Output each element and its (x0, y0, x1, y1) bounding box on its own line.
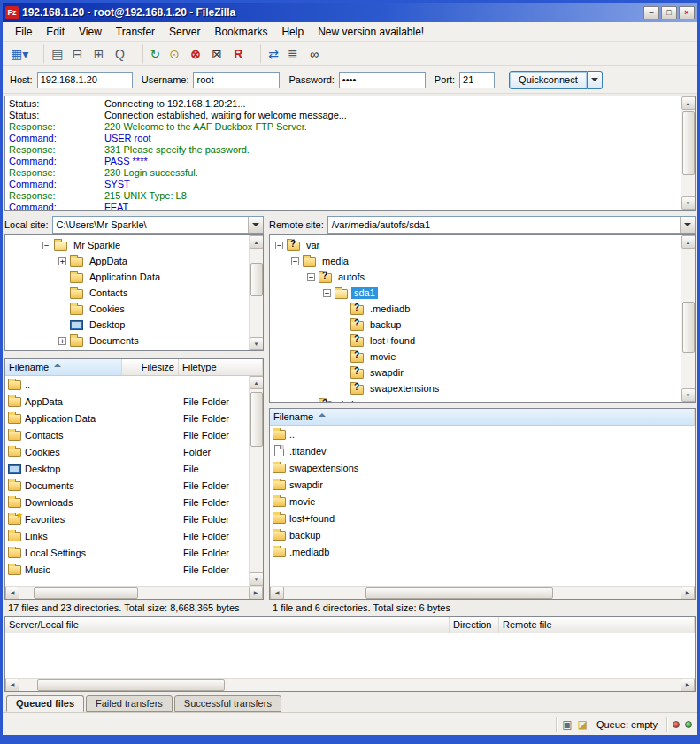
file-row[interactable]: AppData File Folder (5, 393, 249, 410)
column-header-filename[interactable]: Filename (5, 359, 122, 375)
tree-item[interactable]: swapextensions (270, 380, 681, 396)
transfer-queue-list[interactable] (5, 633, 695, 678)
find-files-button[interactable]: ∞ (304, 44, 324, 64)
file-row[interactable]: Links File Folder (5, 527, 249, 544)
file-row[interactable]: swapdir (270, 476, 695, 493)
scrollbar-thumb[interactable] (34, 587, 138, 599)
queue-tab[interactable]: Successful transfers (174, 695, 281, 712)
column-header-remote-file[interactable]: Remote file (499, 617, 695, 633)
queue-view-toggle[interactable]: Q (111, 44, 130, 64)
tree-item[interactable]: − sda1 (270, 285, 681, 301)
message-log-toggle[interactable]: ▤ (43, 44, 65, 64)
tree-expander[interactable]: − (307, 273, 315, 281)
scrollbar-thumb[interactable] (682, 302, 695, 353)
file-row[interactable]: Desktop File (5, 460, 249, 477)
scroll-left-icon[interactable] (5, 587, 19, 600)
tree-item[interactable]: Cookies (5, 301, 249, 317)
file-row[interactable]: .titandev (270, 442, 695, 459)
scroll-right-icon[interactable] (681, 587, 695, 600)
tree-item[interactable]: swapdir (270, 364, 681, 380)
queue-tab[interactable]: Failed transfers (86, 695, 173, 712)
tree-expander[interactable]: − (291, 257, 299, 265)
column-header-filetype[interactable]: Filetype (179, 359, 263, 375)
menu-item[interactable]: Transfer (109, 24, 162, 40)
column-header-direction[interactable]: Direction (450, 617, 499, 633)
scrollbar-thumb[interactable] (250, 392, 263, 447)
file-row[interactable]: Music File Folder (5, 561, 249, 578)
remote-site-combo[interactable]: /var/media/autofs/sda1 (327, 216, 696, 234)
remote-tree-toggle[interactable]: ⊞ (89, 44, 109, 64)
encryption-status-icon[interactable] (562, 719, 572, 730)
port-input[interactable] (459, 72, 495, 88)
quickconnect-dropdown-button[interactable] (588, 71, 603, 89)
scrollbar-thumb[interactable] (365, 587, 553, 599)
site-manager-button[interactable]: ▦▾ (8, 44, 31, 64)
tree-item[interactable]: Desktop (5, 317, 249, 333)
tree-item[interactable]: lost+found (270, 333, 681, 349)
tree-expander[interactable]: − (275, 242, 283, 249)
scrollbar-thumb[interactable] (682, 111, 695, 175)
file-row[interactable]: .. (270, 426, 695, 442)
menu-item[interactable]: Edit (39, 24, 72, 40)
scroll-down-icon[interactable] (250, 337, 264, 350)
file-row[interactable]: Cookies Folder (5, 443, 249, 460)
scroll-up-icon[interactable] (250, 376, 264, 389)
menu-item[interactable]: New version available! (311, 24, 431, 40)
scroll-down-icon[interactable] (681, 388, 696, 402)
cancel-button[interactable]: ⊗ (186, 44, 205, 64)
remote-list-hscrollbar[interactable] (270, 586, 695, 599)
tree-item[interactable]: dvd (270, 396, 681, 402)
file-row[interactable]: .. (5, 376, 249, 393)
password-input[interactable] (339, 72, 426, 88)
scroll-right-icon[interactable] (249, 587, 263, 600)
tree-item[interactable]: − autofs (270, 269, 681, 285)
synchronized-browsing-button[interactable]: ≣ (283, 44, 303, 64)
file-row[interactable]: backup (270, 526, 695, 543)
local-tree-toggle[interactable]: ⊟ (68, 44, 88, 64)
title-bar[interactable]: Fz 192.168.1.20 - root@192.168.1.20 - Fi… (3, 3, 697, 22)
speed-limit-icon[interactable] (578, 719, 588, 730)
host-input[interactable] (37, 72, 133, 88)
tree-item[interactable]: Contacts (5, 285, 249, 301)
scroll-up-icon[interactable] (681, 235, 696, 249)
column-header-server-local-file[interactable]: Server/Local file (5, 617, 450, 633)
tree-item[interactable]: .mediadb (270, 301, 681, 317)
column-header-filename[interactable]: Filename (270, 409, 695, 425)
remote-tree-scrollbar[interactable] (681, 235, 695, 402)
scroll-down-icon[interactable] (681, 196, 696, 210)
queue-tab[interactable]: Queued files (6, 695, 84, 712)
combo-dropdown-button[interactable] (680, 217, 695, 233)
tree-item[interactable]: + Downloads (5, 349, 249, 350)
log-scrollbar[interactable] (681, 96, 695, 210)
username-input[interactable] (193, 72, 280, 88)
file-row[interactable]: movie (270, 493, 695, 510)
menu-item[interactable]: Bookmarks (207, 24, 274, 40)
tree-expander[interactable]: + (58, 257, 66, 265)
quickconnect-button[interactable]: Quickconnect (509, 71, 588, 89)
refresh-button[interactable]: ↻ (142, 44, 164, 64)
reconnect-button[interactable]: R (228, 44, 248, 64)
menu-item[interactable]: Help (274, 24, 311, 40)
scroll-right-icon[interactable] (681, 679, 695, 692)
close-button[interactable]: × (679, 6, 695, 19)
tree-item[interactable]: − Mr Sparkle (5, 237, 249, 253)
tree-item[interactable]: Application Data (5, 269, 249, 285)
tree-expander[interactable]: + (58, 337, 66, 345)
menu-item[interactable]: Server (162, 24, 207, 40)
tree-item[interactable]: + AppData (5, 253, 249, 269)
local-site-combo[interactable]: C:\Users\Mr Sparkle\ (52, 216, 264, 234)
local-list-hscrollbar[interactable] (5, 586, 263, 599)
file-row[interactable]: Documents File Folder (5, 477, 249, 494)
scroll-up-icon[interactable] (250, 235, 264, 249)
file-row[interactable]: Favorites File Folder (5, 510, 249, 527)
maximize-button[interactable]: □ (661, 6, 677, 19)
tree-item[interactable]: movie (270, 349, 681, 364)
scroll-left-icon[interactable] (270, 587, 284, 600)
scrollbar-thumb[interactable] (37, 679, 225, 691)
scrollbar-thumb[interactable] (250, 263, 263, 296)
menu-item[interactable]: File (8, 24, 39, 40)
file-row[interactable]: Downloads File Folder (5, 494, 249, 510)
combo-dropdown-button[interactable] (248, 217, 263, 233)
file-row[interactable]: Contacts File Folder (5, 426, 249, 443)
tree-item[interactable]: backup (270, 317, 681, 333)
